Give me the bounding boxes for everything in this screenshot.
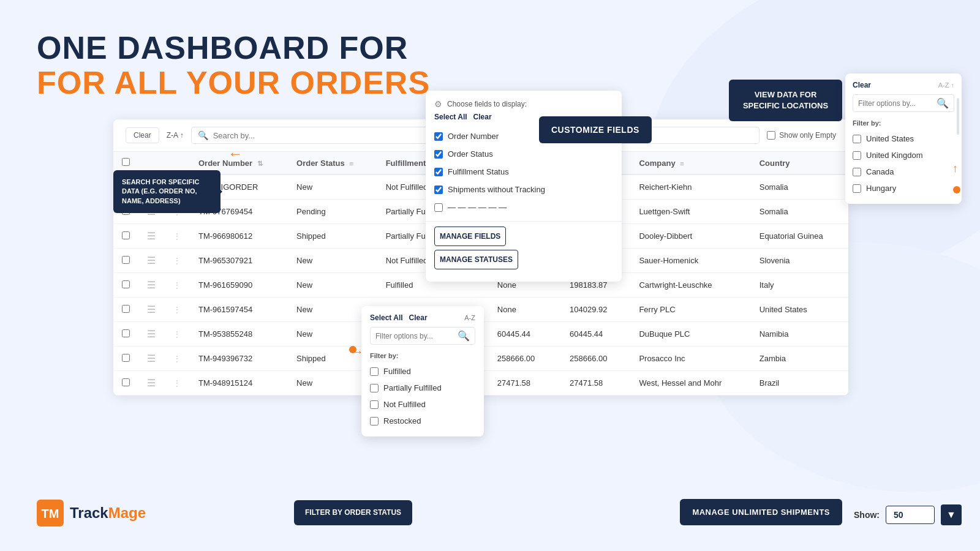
row-drag-cell: ⋮ bbox=[164, 298, 190, 322]
cf-checkbox-order-number[interactable] bbox=[434, 132, 443, 141]
row-subtotal: 258666.00 bbox=[561, 347, 630, 371]
row-company: Dooley-Dibbert bbox=[630, 224, 750, 249]
row-country: Slovenia bbox=[751, 249, 848, 273]
loc-cb-hungary[interactable] bbox=[853, 184, 861, 193]
loc-option-canada: Canada bbox=[845, 163, 962, 180]
row-order-status: New bbox=[288, 249, 377, 273]
cf-checkbox-order-status[interactable] bbox=[434, 150, 443, 159]
row-icon-cell: ☰ bbox=[138, 224, 164, 249]
customize-fields-cta[interactable]: CUSTOMIZE FIELDS bbox=[539, 116, 652, 143]
loc-cb-uk[interactable] bbox=[853, 151, 861, 160]
fulfillment-search-input[interactable] bbox=[375, 332, 454, 340]
loc-search: 🔍 bbox=[853, 94, 954, 112]
fulfillment-az: A-Z bbox=[464, 314, 475, 321]
row-tracking: None bbox=[489, 298, 561, 322]
cf-checkbox-shipments-tracking[interactable] bbox=[434, 186, 443, 194]
th-country: Country bbox=[751, 152, 848, 174]
hero-section: ONE DASHBOARD FOR FOR ALL YOUR ORDERS bbox=[37, 31, 430, 100]
pagination-area: Show: 50 25 100 ▼ bbox=[854, 504, 962, 525]
orange-arrow-search: ← bbox=[228, 145, 243, 162]
th-company[interactable]: Company ≡ bbox=[630, 152, 750, 174]
show-empty-label[interactable]: Show only Empty bbox=[767, 131, 836, 140]
trackmage-logo-icon: TM bbox=[37, 500, 64, 527]
row-checkbox[interactable] bbox=[122, 305, 130, 313]
show-label: Show: bbox=[854, 510, 880, 520]
sort-button[interactable]: Z-A ↑ bbox=[167, 131, 184, 140]
row-country: Italy bbox=[751, 273, 848, 298]
row-drag-cell: ⋮ bbox=[164, 273, 190, 298]
loc-search-input[interactable] bbox=[858, 99, 933, 108]
fulfillment-cb-partially[interactable] bbox=[370, 384, 379, 392]
row-country: United States bbox=[751, 298, 848, 322]
logo-text: TrackMage bbox=[70, 504, 146, 522]
th-order-status[interactable]: Order Status ≡ bbox=[288, 152, 377, 174]
row-drag-cell: ⋮ bbox=[164, 322, 190, 347]
row-order-status: New bbox=[288, 273, 377, 298]
loc-clear-link[interactable]: Clear bbox=[853, 81, 871, 89]
cf-checkbox-custom-field[interactable] bbox=[434, 203, 443, 212]
fulfillment-select-all[interactable]: Select All bbox=[370, 313, 403, 322]
orange-arrow-location: ↑ bbox=[952, 162, 958, 175]
row-tracking: 60445.44 bbox=[489, 322, 561, 347]
loc-scrollbar[interactable] bbox=[957, 98, 959, 135]
cf-select-all-link[interactable]: Select All bbox=[434, 113, 467, 121]
row-company: Cartwright-Leuschke bbox=[630, 273, 750, 298]
fulfillment-cb-fulfilled[interactable] bbox=[370, 367, 379, 376]
loc-option-us: United States bbox=[845, 130, 962, 147]
manage-statuses-button[interactable]: MANAGE STATUSES bbox=[434, 250, 518, 269]
gear-icon: ⚙ bbox=[434, 99, 442, 109]
row-order-number: TM-966980612 bbox=[190, 224, 288, 249]
fulfillment-option-partially: Partially Fulfilled bbox=[361, 380, 484, 396]
show-dropdown-arrow[interactable]: ▼ bbox=[941, 504, 962, 525]
row-order-status: New bbox=[288, 174, 377, 200]
cf-clear-link[interactable]: Clear bbox=[473, 113, 492, 121]
row-company: West, Hessel and Mohr bbox=[630, 371, 750, 395]
cf-item-custom-field: — — — — — — bbox=[426, 198, 622, 216]
fulfillment-cb-restocked[interactable] bbox=[370, 417, 379, 425]
loc-search-icon: 🔍 bbox=[937, 97, 949, 109]
fulfillment-cb-not-fulfilled[interactable] bbox=[370, 400, 379, 409]
loc-cb-us[interactable] bbox=[853, 135, 861, 143]
row-subtotal: 104029.92 bbox=[561, 298, 630, 322]
fulfillment-clear[interactable]: Clear bbox=[409, 313, 428, 322]
logo-area: TM TrackMage bbox=[37, 500, 146, 527]
show-empty-checkbox[interactable] bbox=[767, 131, 775, 140]
loc-filter-label: Filter by: bbox=[845, 117, 962, 130]
fulfillment-search-icon: 🔍 bbox=[458, 330, 470, 342]
loc-cb-canada[interactable] bbox=[853, 168, 861, 176]
row-checkbox[interactable] bbox=[122, 329, 130, 337]
manage-shipments-button[interactable]: MANAGE UNLIMITED SHIPMENTS bbox=[680, 499, 842, 525]
row-checkbox[interactable] bbox=[122, 378, 130, 386]
row-checkbox[interactable] bbox=[122, 256, 130, 264]
row-country: Somalia bbox=[751, 174, 848, 200]
row-icon-cell: ☰ bbox=[138, 347, 164, 371]
row-tracking: 27471.58 bbox=[489, 371, 561, 395]
manage-fields-button[interactable]: MANAGE FIELDS bbox=[434, 227, 506, 246]
cf-item-shipments-without-tracking: Shipments without Tracking bbox=[426, 181, 622, 198]
clear-button[interactable]: Clear bbox=[126, 127, 159, 143]
loc-topbar: Clear A-Z ↑ bbox=[845, 81, 962, 94]
row-checkbox[interactable] bbox=[122, 231, 130, 239]
row-icon-cell: ☰ bbox=[138, 249, 164, 273]
loc-option-hungary: Hungary bbox=[845, 180, 962, 197]
row-company: Ferry PLC bbox=[630, 298, 750, 322]
row-order-number: TM-961659090 bbox=[190, 273, 288, 298]
filter-order-status-button[interactable]: FILTER BY ORDER STATUS bbox=[294, 500, 412, 525]
fulfillment-filter-label: Filter by: bbox=[361, 350, 484, 363]
fulfillment-dropdown: Select All Clear A-Z 🔍 Filter by: Fulfil… bbox=[361, 306, 484, 437]
cf-item-fulfillment-status: Fulfillment Status bbox=[426, 163, 622, 181]
row-tracking: 258666.00 bbox=[489, 347, 561, 371]
row-country: Equatorial Guinea bbox=[751, 224, 848, 249]
cf-checkbox-fulfillment-status[interactable] bbox=[434, 168, 443, 176]
row-subtotal: 60445.44 bbox=[561, 322, 630, 347]
row-country: Brazil bbox=[751, 371, 848, 395]
cf-item-order-status: Order Status bbox=[426, 145, 622, 163]
row-country: Somalia bbox=[751, 200, 848, 224]
view-data-button[interactable]: VIEW DATA FOR SPECIFIC LOCATIONS bbox=[729, 80, 842, 121]
row-checkbox[interactable] bbox=[122, 280, 130, 288]
fulfillment-option-not-fulfilled: Not Fulfilled bbox=[361, 396, 484, 413]
row-subtotal: 27471.58 bbox=[561, 371, 630, 395]
row-checkbox[interactable] bbox=[122, 354, 130, 362]
show-select[interactable]: 50 25 100 bbox=[886, 506, 935, 524]
cf-divider bbox=[426, 221, 622, 222]
